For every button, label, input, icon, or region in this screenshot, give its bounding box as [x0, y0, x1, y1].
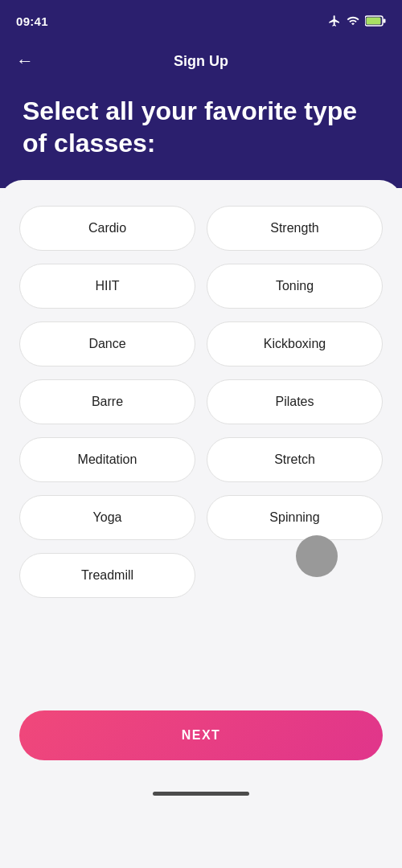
hero-section: Select all your favorite type of classes…	[0, 87, 402, 188]
class-grid-row6: Yoga Spinning	[19, 495, 383, 540]
home-indicator	[153, 792, 249, 796]
status-bar: 09:41	[0, 0, 402, 39]
class-btn-dance[interactable]: Dance	[19, 321, 195, 366]
class-btn-kickboxing[interactable]: Kickboxing	[207, 321, 383, 366]
class-grid-row2: HIIT Toning	[19, 264, 383, 309]
class-grid-row4: Barre Pilates	[19, 379, 383, 424]
svg-rect-2	[384, 19, 386, 23]
class-btn-stretch[interactable]: Stretch	[207, 437, 383, 482]
status-time: 09:41	[16, 14, 48, 28]
wifi-icon	[346, 14, 360, 27]
class-btn-barre[interactable]: Barre	[19, 379, 195, 424]
class-grid-row5: Meditation Stretch	[19, 437, 383, 482]
class-btn-treadmill[interactable]: Treadmill	[19, 553, 195, 598]
next-button[interactable]: NEXT	[19, 710, 383, 760]
page-title: Sign Up	[174, 53, 228, 70]
content-card: Cardio Strength HIIT Toning Dance Kickbo…	[0, 180, 402, 807]
status-icons	[328, 14, 386, 27]
class-btn-meditation[interactable]: Meditation	[19, 437, 195, 482]
class-btn-spinning[interactable]: Spinning	[207, 495, 383, 540]
spinning-selected-indicator	[296, 535, 338, 577]
header: ← Sign Up	[0, 39, 402, 87]
class-btn-hiit[interactable]: HIIT	[19, 264, 195, 309]
class-btn-toning[interactable]: Toning	[207, 264, 383, 309]
class-btn-yoga[interactable]: Yoga	[19, 495, 195, 540]
airplane-icon	[328, 14, 341, 27]
back-button[interactable]: ←	[16, 52, 34, 70]
class-grid-row1: Cardio Strength	[19, 206, 383, 251]
class-btn-pilates[interactable]: Pilates	[207, 379, 383, 424]
battery-icon	[365, 15, 386, 27]
svg-rect-1	[367, 18, 381, 25]
class-btn-cardio[interactable]: Cardio	[19, 206, 195, 251]
class-grid-row3: Dance Kickboxing	[19, 321, 383, 366]
class-btn-strength[interactable]: Strength	[207, 206, 383, 251]
hero-title: Select all your favorite type of classes…	[23, 95, 379, 159]
